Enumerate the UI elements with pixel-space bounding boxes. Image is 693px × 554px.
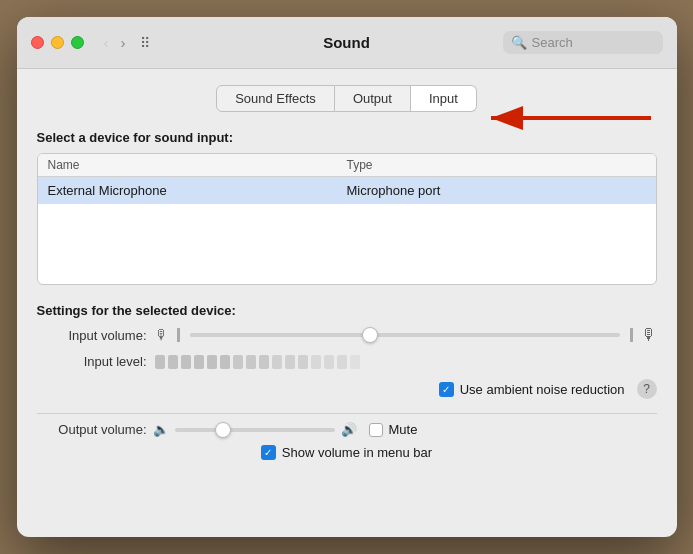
ambient-noise-row: ✓ Use ambient noise reduction ?	[321, 379, 657, 399]
tabs: Sound Effects Output Input	[37, 85, 657, 112]
table-header: Name Type	[38, 154, 656, 177]
ambient-noise-checkbox[interactable]: ✓	[439, 382, 454, 397]
show-volume-checkbox[interactable]: ✓	[261, 445, 276, 460]
tab-input[interactable]: Input	[411, 85, 477, 112]
device-section-title: Select a device for sound input:	[37, 130, 657, 145]
mic-low-icon: 🎙	[155, 327, 169, 343]
back-button[interactable]: ‹	[100, 32, 113, 53]
window-title: Sound	[323, 34, 370, 51]
settings-section: Settings for the selected device: Input …	[37, 303, 657, 405]
input-level-row: Input level:	[37, 354, 657, 369]
minimize-button[interactable]	[51, 36, 64, 49]
ambient-noise-label: Use ambient noise reduction	[460, 382, 625, 397]
help-button[interactable]: ?	[637, 379, 657, 399]
maximize-button[interactable]	[71, 36, 84, 49]
titlebar: ‹ › ⠿ Sound 🔍 Search	[17, 17, 677, 69]
grid-icon: ⠿	[140, 35, 150, 51]
search-icon: 🔍	[511, 35, 527, 50]
device-name: External Microphone	[48, 183, 347, 198]
mute-label: Mute	[389, 422, 418, 437]
mute-checkbox[interactable]	[369, 423, 383, 437]
table-row[interactable]: External Microphone Microphone port	[38, 177, 656, 204]
show-volume-row: ✓ Show volume in menu bar	[37, 445, 657, 460]
settings-title: Settings for the selected device:	[37, 303, 657, 318]
forward-button[interactable]: ›	[117, 32, 130, 53]
section-divider	[37, 413, 657, 414]
content-area: Sound Effects Output Input Select a devi…	[17, 69, 677, 537]
search-box[interactable]: 🔍 Search	[503, 31, 663, 54]
mic-low-bars	[177, 328, 180, 342]
mic-high-bars	[630, 328, 633, 342]
close-button[interactable]	[31, 36, 44, 49]
tab-output[interactable]: Output	[335, 85, 411, 112]
vol-high-icon: 🔊	[341, 422, 357, 437]
col-header-name: Name	[48, 158, 347, 172]
mic-high-icon: 🎙	[641, 326, 657, 344]
input-volume-slider[interactable]	[190, 333, 620, 337]
table-empty-area	[38, 204, 656, 284]
col-header-type: Type	[347, 158, 646, 172]
tab-sound-effects[interactable]: Sound Effects	[216, 85, 335, 112]
search-placeholder: Search	[532, 35, 573, 50]
nav-arrows: ‹ ›	[100, 32, 130, 53]
traffic-lights	[31, 36, 84, 49]
device-type: Microphone port	[347, 183, 646, 198]
input-volume-row: Input volume: 🎙 🎙	[37, 326, 657, 344]
vol-low-icon: 🔈	[153, 422, 169, 437]
show-volume-label: Show volume in menu bar	[282, 445, 432, 460]
input-volume-label: Input volume:	[37, 328, 147, 343]
input-level-indicator	[155, 355, 360, 369]
output-volume-label: Output volume:	[37, 422, 147, 437]
output-volume-slider[interactable]	[175, 428, 335, 432]
device-table: Name Type External Microphone Microphone…	[37, 153, 657, 285]
output-volume-row: Output volume: 🔈 🔊 Mute	[37, 422, 657, 437]
input-level-label: Input level:	[37, 354, 147, 369]
